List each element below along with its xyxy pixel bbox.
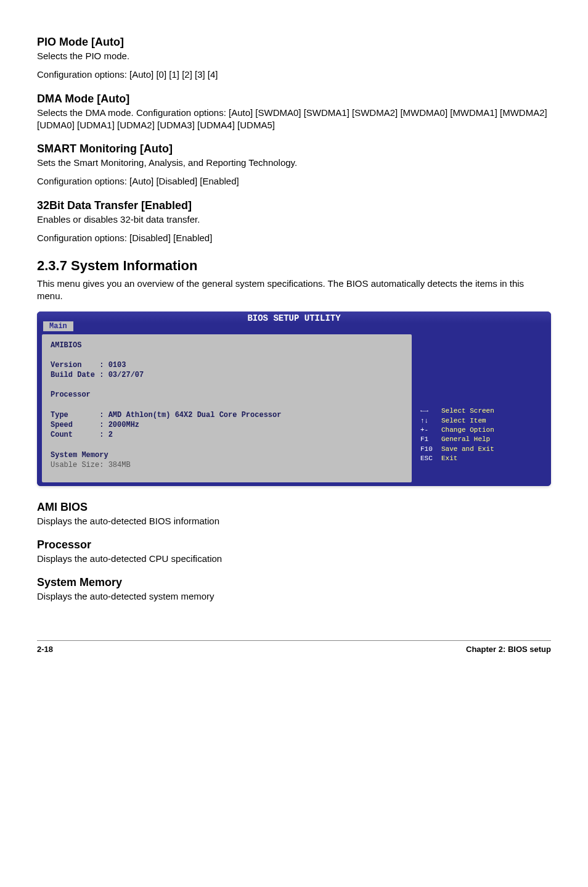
- bios-key-arrows-ud: ↑↓: [420, 416, 441, 426]
- transfer-desc-1: Enables or disables 32-bit data transfer…: [37, 213, 551, 226]
- bios-version-label: Version :: [51, 361, 104, 369]
- bios-sysmem-label: System Memory: [51, 451, 108, 460]
- system-memory-desc: Displays the auto-detected system memory: [37, 590, 551, 603]
- dma-mode-desc: Selects the DMA mode. Configuration opti…: [37, 107, 551, 132]
- bios-builddate-label: Build Date :: [51, 371, 104, 379]
- bios-left-panel: AMIBIOS Version : 0103 Build Date : 03/2…: [42, 334, 412, 482]
- system-information-heading: 2.3.7 System Information: [37, 258, 551, 274]
- bios-header: BIOS SETUP UTILITY Main: [37, 311, 551, 323]
- bios-usable-value: 384MB: [108, 461, 131, 469]
- bios-version-value: 0103: [108, 361, 126, 369]
- bios-help-general-help: General Help: [441, 435, 490, 443]
- bios-speed-value: 2000MHz: [108, 421, 139, 429]
- processor-heading: Processor: [37, 538, 551, 551]
- bios-count-value: 2: [108, 431, 113, 439]
- bios-amibios-label: AMIBIOS: [51, 341, 81, 350]
- bios-key-plusminus: +-: [420, 426, 441, 435]
- bios-right-panel: ←→Select Screen ↑↓Select Item +-Change O…: [412, 334, 551, 486]
- bios-key-f10: F10: [420, 445, 441, 454]
- bios-title: BIOS SETUP UTILITY: [247, 313, 340, 323]
- system-information-desc: This menu gives you an overview of the g…: [37, 278, 551, 303]
- bios-builddate-value: 03/27/07: [108, 371, 144, 379]
- footer-chapter: Chapter 2: BIOS setup: [466, 645, 551, 654]
- system-memory-heading: System Memory: [37, 576, 551, 589]
- bios-help-select-screen: Select Screen: [441, 407, 494, 415]
- pio-mode-desc-1: Selects the PIO mode.: [37, 50, 551, 62]
- pio-mode-desc-2: Configuration options: [Auto] [0] [1] [2…: [37, 68, 551, 81]
- bios-processor-label: Processor: [51, 390, 91, 399]
- dma-mode-heading: DMA Mode [Auto]: [37, 93, 551, 105]
- bios-count-label: Count :: [51, 431, 104, 439]
- bios-key-arrows-lr: ←→: [420, 406, 441, 416]
- bios-usable-label: Usable Size:: [51, 461, 104, 469]
- page-footer: 2-18 Chapter 2: BIOS setup: [37, 640, 551, 654]
- transfer-heading: 32Bit Data Transfer [Enabled]: [37, 199, 551, 212]
- smart-desc-1: Sets the Smart Monitoring, Analysis, and…: [37, 157, 551, 169]
- bios-tab-main: Main: [43, 321, 73, 331]
- bios-help-change-option: Change Option: [441, 426, 494, 434]
- bios-key-esc: ESC: [420, 454, 441, 463]
- bios-help-select-item: Select Item: [441, 417, 486, 424]
- bios-speed-label: Speed :: [51, 421, 104, 429]
- bios-type-value: AMD Athlon(tm) 64X2 Dual Core Processor: [108, 411, 282, 419]
- pio-mode-heading: PIO Mode [Auto]: [37, 36, 551, 49]
- bios-setup-screenshot: BIOS SETUP UTILITY Main AMIBIOS Version …: [37, 311, 551, 486]
- bios-help-exit: Exit: [441, 455, 457, 462]
- footer-page-number: 2-18: [37, 645, 53, 654]
- smart-heading: SMART Monitoring [Auto]: [37, 142, 551, 155]
- bios-help-save-exit: Save and Exit: [441, 445, 494, 453]
- transfer-desc-2: Configuration options: [Disabled] [Enabl…: [37, 232, 551, 244]
- bios-key-f1: F1: [420, 435, 441, 444]
- ami-bios-desc: Displays the auto-detected BIOS informat…: [37, 515, 551, 527]
- ami-bios-heading: AMI BIOS: [37, 501, 551, 514]
- bios-type-label: Type :: [51, 411, 104, 419]
- processor-desc: Displays the auto-detected CPU specifica…: [37, 553, 551, 565]
- smart-desc-2: Configuration options: [Auto] [Disabled]…: [37, 175, 551, 188]
